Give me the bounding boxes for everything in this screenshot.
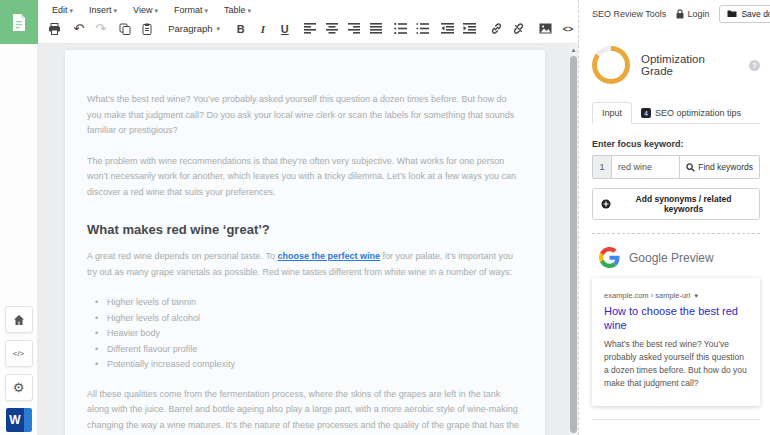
paste-button[interactable] [137,19,157,38]
align-center-button[interactable] [322,19,342,38]
menu-insert[interactable]: Insert▾ [83,3,123,17]
lock-icon [676,9,684,19]
menu-bar: Edit▾ Insert▾ View▾ Format▾ Table▾ [38,0,578,17]
insert-image-button[interactable] [536,19,556,38]
scrollbar-thumb[interactable] [570,56,577,433]
grade-title: Optimization Grade [641,53,734,77]
chevron-down-icon: ▼ [693,293,699,299]
outdent-button[interactable] [437,19,457,38]
redo-button[interactable]: ↷ [91,19,111,38]
italic-button[interactable]: I [253,19,273,38]
tab-seo-tips[interactable]: 4 SEO optimization tips [632,103,750,123]
bullet-list-icon [394,23,407,34]
chevron-down-icon: ▾ [217,25,221,33]
google-logo-icon [599,247,620,268]
paragraph-style-dropdown[interactable]: Paragraph▾ [162,19,226,38]
save-document-button[interactable]: Save document [719,5,770,23]
optimization-grade: Optimization Grade ? [592,46,760,84]
indent-icon [463,23,476,34]
chevron-down-icon: ▾ [204,7,208,14]
paste-icon [141,23,153,35]
home-icon [13,314,25,326]
copy-icon [119,23,131,35]
source-code-toolbar-button[interactable]: <> [558,19,578,38]
align-justify-button[interactable] [366,19,386,38]
document-page[interactable]: What’s the best red wine? You’ve probabl… [65,50,545,435]
add-synonyms-button[interactable]: Add synonyms / related keywords [592,188,760,220]
menu-format[interactable]: Format▾ [168,3,214,17]
panel-tabs: Input 4 SEO optimization tips [592,102,760,124]
word-export-button[interactable]: W [6,408,32,432]
app-logo[interactable] [0,0,38,44]
copy-button[interactable] [115,19,135,38]
word-icon: W [9,413,20,427]
align-left-icon [304,23,316,34]
tips-count-badge: 4 [641,108,651,118]
settings-button[interactable]: ⚙ [5,374,33,401]
code-icon: <> [563,24,574,34]
home-button[interactable] [5,306,33,333]
serp-description: What’s the best red wine? You’ve probabl… [604,338,749,390]
editor-scrollbar[interactable]: ▲ [569,44,578,435]
remove-link-button[interactable] [509,19,529,38]
section-divider [592,419,760,420]
align-left-button[interactable] [300,19,320,38]
underline-button[interactable]: U [275,19,295,38]
help-icon[interactable]: ? [749,60,760,71]
grade-ring-gauge [592,46,630,84]
source-code-button[interactable]: </> [5,340,33,367]
image-icon [539,23,552,34]
menu-view[interactable]: View▾ [127,3,164,17]
unlink-icon [512,22,525,35]
list-item: Different flavour profile [95,342,523,358]
serp-title-link[interactable]: How to choose the best red wine [604,304,749,332]
save-icon [727,9,737,18]
doc-hyperlink[interactable]: choose the perfect wine [277,251,380,261]
chevron-down-icon: ▾ [70,7,74,14]
chevron-down-icon: ▾ [247,7,251,14]
google-preview-header: Google Preview [592,247,760,268]
dotted-divider [592,233,760,234]
serp-url[interactable]: example.com › sample-url ▼ [604,291,749,300]
seo-review-tools-link[interactable]: SEO Review Tools [592,9,666,19]
gears-icon: ⚙ [13,381,25,394]
numbered-list-icon [416,23,429,34]
left-sidebar: </> ⚙ W [0,0,38,435]
code-icon: </> [13,349,25,358]
numbered-list-button[interactable] [412,19,432,38]
search-icon [686,163,695,172]
list-item: Higher levels of tannin [95,295,523,311]
align-right-button[interactable] [344,19,364,38]
list-item: Higher levels of alcohol [95,311,523,327]
find-keywords-button[interactable]: Find keywords [680,155,760,179]
doc-heading: What makes red wine ‘great’? [87,222,523,237]
redo-icon: ↷ [95,22,106,35]
outdent-icon [441,23,454,34]
align-right-icon [348,23,360,34]
bullet-list-button[interactable] [390,19,410,38]
row-number-badge: 1 [592,155,612,179]
undo-icon: ↶ [73,22,84,35]
editor-canvas: What’s the best red wine? You’ve probabl… [38,44,578,435]
bold-button[interactable]: B [231,19,251,38]
scrollbar-up-icon[interactable]: ▲ [569,44,578,55]
insert-link-button[interactable] [487,19,507,38]
indent-button[interactable] [459,19,479,38]
doc-paragraph: What’s the best red wine? You’ve probabl… [87,92,523,139]
link-icon [490,22,503,35]
doc-paragraph: A great red wine depends on personal tas… [87,249,523,280]
tab-input[interactable]: Input [592,102,632,124]
chevron-down-icon: ▾ [154,7,158,14]
focus-keyword-input[interactable] [612,155,680,179]
print-button[interactable] [44,19,64,38]
login-link[interactable]: Login [676,9,709,19]
list-item: Potentially increased complexity [95,357,523,373]
print-icon [48,23,61,35]
undo-button[interactable]: ↶ [69,19,89,38]
format-toolbar: ↶ ↷ Paragraph▾ B I U [38,17,578,38]
menu-table[interactable]: Table▾ [218,3,257,17]
doc-bullet-list: Higher levels of tannin Higher levels of… [95,295,523,373]
seo-panel: SEO Review Tools Login Save document Opt… [578,0,770,435]
focus-keyword-group: 1 Find keywords [592,155,760,179]
menu-edit[interactable]: Edit▾ [46,3,79,17]
